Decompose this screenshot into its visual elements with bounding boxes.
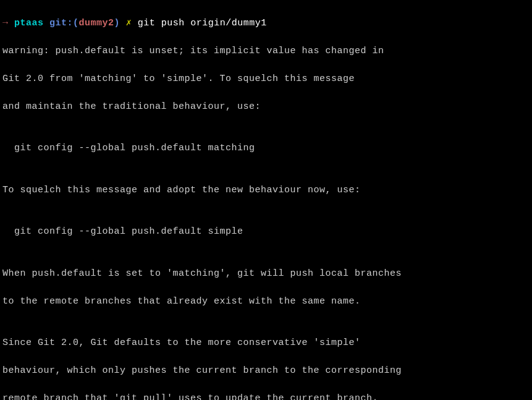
output-line: behaviour, which only pushes the current… xyxy=(2,364,530,378)
prompt-git-close: ) xyxy=(114,18,120,28)
output-line: warning: push.default is unset; its impl… xyxy=(2,45,530,59)
output-line: remote branch that 'git pull' uses to up… xyxy=(2,392,530,400)
prompt-x: ✗ xyxy=(126,18,132,28)
terminal-output[interactable]: → ptaas git:(dummy2) ✗ git push origin/d… xyxy=(2,2,530,400)
output-line: When push.default is set to 'matching', … xyxy=(2,267,530,281)
output-line: and maintain the traditional behaviour, … xyxy=(2,100,530,114)
prompt-arrow: → xyxy=(2,18,9,28)
prompt-dir: ptaas xyxy=(14,18,44,28)
output-line: To squelch this message and adopt the ne… xyxy=(2,184,530,198)
command-text: git push origin/dummy1 xyxy=(138,18,267,28)
prompt-line-1: → ptaas git:(dummy2) ✗ git push origin/d… xyxy=(2,17,530,31)
prompt-branch: dummy2 xyxy=(79,18,114,28)
output-line: git config --global push.default matchin… xyxy=(2,142,530,156)
output-line: to the remote branches that already exis… xyxy=(2,295,530,309)
output-line: Since Git 2.0, Git defaults to the more … xyxy=(2,336,530,351)
output-line: git config --global push.default simple xyxy=(2,225,530,239)
output-line: Git 2.0 from 'matching' to 'simple'. To … xyxy=(2,72,530,87)
prompt-git-label: git:( xyxy=(49,18,79,28)
